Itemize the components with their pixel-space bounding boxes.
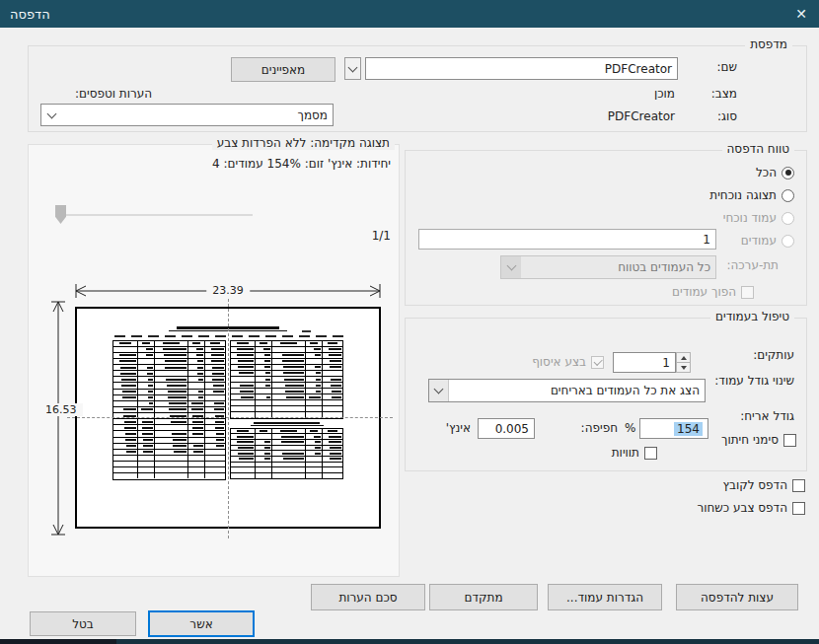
collate-label: בצע איסוף <box>532 355 586 369</box>
printer-status-value: מוכן <box>654 87 675 101</box>
printer-group: מדפסת שם: PDFCreator מאפיינים מצב: מוכן … <box>28 45 807 132</box>
radio-all[interactable]: הכל <box>756 166 794 179</box>
copies-stepper[interactable]: 1 <box>613 352 691 373</box>
chevron-down-icon[interactable] <box>429 380 449 401</box>
document-corner-mark <box>302 330 311 332</box>
pages-range-input[interactable]: 1 <box>418 229 716 250</box>
spin-down-icon[interactable] <box>676 363 691 373</box>
labels-label: תוויות <box>612 446 639 460</box>
width-value: 23.39 <box>206 284 250 297</box>
printer-type-value: PDFCreator <box>608 109 675 123</box>
print-to-file-checkbox[interactable]: הדפס לקובץ <box>722 478 805 492</box>
print-as-black-checkbox[interactable]: הדפס צבע כשחור <box>697 501 805 515</box>
units-label: אינץ' <box>446 421 471 435</box>
advanced-button[interactable]: מתקדם <box>429 584 538 610</box>
checkbox-icon[interactable] <box>783 434 796 447</box>
tile-scale-value: 154 <box>674 422 703 436</box>
page-scaling-dropdown[interactable]: הצג את כל העמודים באריחים <box>428 379 706 402</box>
checkbox-icon[interactable] <box>792 502 805 515</box>
spin-up-icon[interactable] <box>676 352 691 363</box>
cancel-button[interactable]: בטל <box>30 611 136 636</box>
checkbox-icon <box>591 356 604 369</box>
width-dimension: 23.39 <box>75 283 381 299</box>
radio-icon <box>782 235 794 248</box>
comments-forms-value: מסמך <box>61 108 333 122</box>
radio-icon <box>782 212 794 225</box>
document-table <box>230 428 343 479</box>
printing-tips-button[interactable]: עצות להדפסה <box>676 584 798 610</box>
collate-checkbox: בצע איסוף <box>532 355 604 369</box>
document-section-title <box>251 422 324 426</box>
radio-current-view-label: תצוגה נוכחית <box>709 188 777 202</box>
cut-marks-checkbox[interactable]: סימני חיתוך <box>721 433 796 447</box>
chevron-down-icon[interactable] <box>41 105 61 125</box>
page-setup-button[interactable]: הגדרות עמוד... <box>548 584 662 610</box>
printer-status-label: מצב: <box>711 87 737 101</box>
radio-pages: עמודים <box>741 234 794 248</box>
overlap-input[interactable]: 0.005 <box>478 418 535 439</box>
subset-label: תת-ערכה: <box>726 258 779 272</box>
summarize-comments-button[interactable]: סכם הערות <box>311 584 425 610</box>
tile-boundary-horizontal <box>67 417 393 418</box>
printer-name-combobox[interactable]: PDFCreator <box>344 57 678 80</box>
zoom-slider-thumb[interactable] <box>55 205 66 224</box>
checkbox-icon[interactable] <box>792 479 805 492</box>
chevron-down-icon[interactable] <box>344 57 361 80</box>
document-table <box>112 340 226 480</box>
height-value: 16.53 <box>39 403 83 416</box>
cut-marks-label: סימני חיתוך <box>721 433 779 447</box>
radio-current-page: עמוד נוכחי <box>723 211 794 225</box>
tile-size-label: גודל אריח: <box>740 409 794 423</box>
radio-icon[interactable] <box>782 189 794 202</box>
print-range-group: טווח הדפסה הכל תצוגה נוכחית עמוד נוכחי ע… <box>405 150 807 306</box>
overlap-label: חפיפה: <box>581 421 618 435</box>
close-icon[interactable]: ✕ <box>795 0 807 28</box>
page-handling-group-label: טיפול בעמודים <box>710 310 794 323</box>
page-scaling-value: הצג את כל העמודים באריחים <box>449 384 705 397</box>
page-handling-group: טיפול בעמודים עותקים: 1 בצע איסוף שינוי … <box>405 318 807 471</box>
window-edge-corner <box>0 639 116 644</box>
tile-scale-input[interactable]: 154 <box>639 418 708 439</box>
preview-caption: תצוגה מקדימה: ללא הפרדות צבע <box>212 136 395 150</box>
preview-panel: תצוגה מקדימה: ללא הפרדות צבע יחידות: אינ… <box>28 144 400 577</box>
titlebar: הדפסה ✕ <box>0 0 819 28</box>
reverse-pages-checkbox: הפוך עמודים <box>672 285 754 299</box>
subset-value: כל העמודים בטווח <box>521 260 715 274</box>
preview-info: יחידות: אינץ' זום: 154% עמודים: 4 <box>212 157 391 171</box>
copies-label: עותקים: <box>753 348 794 362</box>
copies-value[interactable]: 1 <box>613 352 676 373</box>
print-dialog: הדפסה ✕ מדפסת שם: PDFCreator מאפיינים מצ… <box>0 0 819 644</box>
height-arrow <box>50 301 66 536</box>
properties-button[interactable]: מאפיינים <box>231 57 335 82</box>
radio-icon[interactable] <box>782 167 794 179</box>
reverse-pages-label: הפוך עמודים <box>672 285 736 299</box>
checkbox-icon <box>741 286 754 299</box>
radio-current-page-label: עמוד נוכחי <box>723 211 777 225</box>
printer-type-label: סוג: <box>717 109 737 123</box>
tile-boundary-vertical <box>228 299 229 538</box>
subset-dropdown: כל העמודים בטווח <box>500 255 716 279</box>
comments-forms-combobox[interactable]: מסמך <box>40 104 334 126</box>
comments-forms-label: הערות וטפסים: <box>75 87 152 101</box>
height-dimension: 16.53 <box>50 301 66 536</box>
radio-current-view[interactable]: תצוגה נוכחית <box>709 188 794 202</box>
printer-name-value[interactable]: PDFCreator <box>365 57 678 80</box>
ok-button[interactable]: אשר <box>148 610 255 637</box>
zoom-slider-track[interactable] <box>55 214 253 216</box>
print-to-file-label: הדפס לקובץ <box>722 478 787 492</box>
document-table <box>230 340 343 419</box>
page-scaling-label: שינוי גודל עמוד: <box>714 374 794 388</box>
checkbox-icon[interactable] <box>644 447 657 460</box>
print-as-black-label: הדפס צבע כשחור <box>697 501 787 515</box>
radio-all-label: הכל <box>756 166 777 179</box>
window-edge <box>0 639 819 644</box>
printer-name-label: שם: <box>716 60 737 74</box>
chevron-down-icon <box>501 256 521 278</box>
labels-checkbox[interactable]: תוויות <box>612 446 657 460</box>
page-indicator: 1/1 <box>372 229 391 243</box>
radio-pages-label: עמודים <box>741 234 777 248</box>
print-range-group-label: טווח הדפסה <box>722 142 795 156</box>
dialog-title: הדפסה <box>10 7 50 22</box>
printer-group-label: מדפסת <box>745 37 792 51</box>
percent-sign: % <box>625 421 635 435</box>
